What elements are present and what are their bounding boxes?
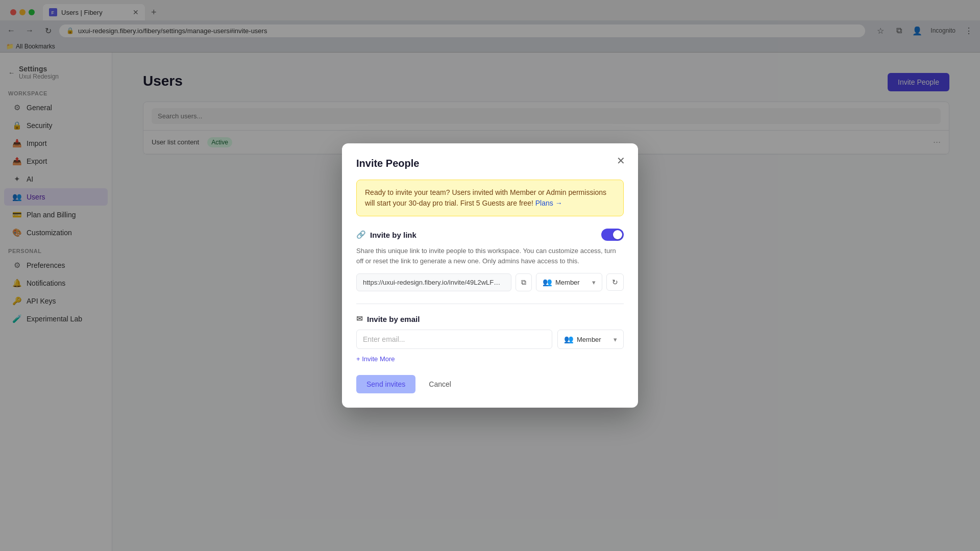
link-icon: 🔗 [356,230,366,239]
invite-by-link-desc: Share this unique link to invite people … [356,246,624,266]
email-role-label: Member [577,336,601,343]
invite-more-btn[interactable]: + Invite More [356,355,624,363]
refresh-link-btn[interactable]: ↻ [606,273,624,291]
link-role-dropdown[interactable]: 👥 Member ▾ [536,273,602,291]
modal-overlay: Invite People ✕ Ready to invite your tea… [112,53,980,551]
email-row: 👥 Member ▾ [356,330,624,349]
member-icon: 👥 [543,278,552,287]
email-role-dropdown[interactable]: 👥 Member ▾ [557,330,624,349]
invite-by-link-title: 🔗 Invite by link [356,230,416,239]
chevron-down-icon: ▾ [592,279,596,286]
invite-people-modal: Invite People ✕ Ready to invite your tea… [342,143,638,408]
cancel-btn[interactable]: Cancel [421,375,459,393]
section-divider [356,304,624,304]
send-invites-btn[interactable]: Send invites [356,375,415,393]
copy-link-btn[interactable]: ⧉ [516,273,532,291]
invite-by-link-toggle[interactable] [601,229,624,241]
modal-close-btn[interactable]: ✕ [614,154,628,168]
plans-link[interactable]: Plans → [535,199,562,207]
actions-row: Send invites Cancel [356,375,624,393]
email-icon: ✉ [356,314,363,323]
banner-text: Ready to invite your team? Users invited… [365,188,606,207]
invite-by-email-section: ✉ Invite by email [356,314,624,323]
main-content: Users Invite People User list content Ac… [112,53,980,551]
link-row: https://uxui-redesign.fibery.io/invite/4… [356,273,624,291]
email-member-icon: 👥 [564,335,574,344]
link-input: https://uxui-redesign.fibery.io/invite/4… [356,273,511,291]
email-chevron-icon: ▾ [614,336,617,343]
email-input[interactable] [356,330,552,349]
invite-by-link-section: 🔗 Invite by link [356,229,624,241]
info-banner: Ready to invite your team? Users invited… [356,180,624,216]
link-role-label: Member [555,279,580,286]
modal-title: Invite People [356,158,624,169]
